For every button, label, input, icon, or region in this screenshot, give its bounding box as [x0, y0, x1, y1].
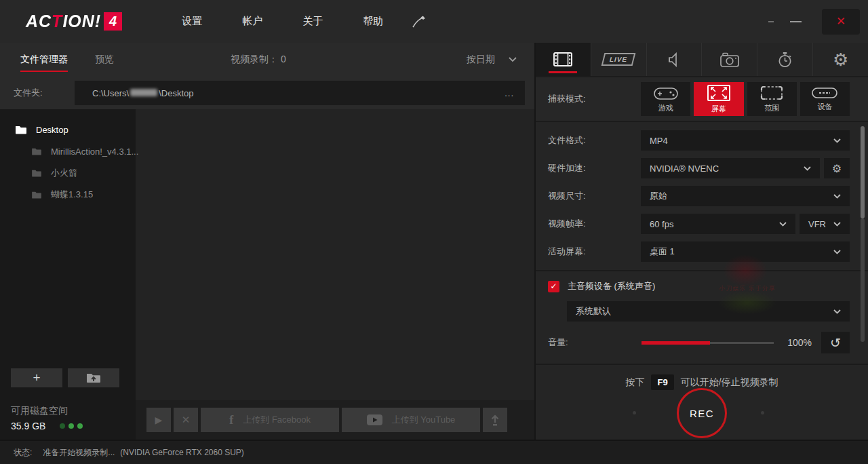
play-button[interactable]: ▶ — [146, 408, 171, 432]
disk-space-row: 35.9 GB — [11, 421, 125, 431]
minimize-button[interactable] — [790, 21, 802, 22]
tree-item[interactable]: 蝴蝶1.3.15 — [0, 184, 136, 206]
audio-device-dropdown[interactable]: 系统默认 — [567, 301, 850, 322]
tree-item[interactable]: 小火箭 — [0, 162, 136, 184]
tab-live-streaming[interactable]: LIVE — [591, 43, 647, 76]
stopwatch-icon — [777, 52, 793, 68]
chevron-down-icon — [833, 138, 841, 143]
file-toolbar: ▶ ✕ f 上传到 Facebook 上传到 YouTube — [136, 400, 534, 440]
rec-button[interactable]: REC — [677, 388, 727, 438]
chevron-down-icon — [779, 222, 787, 227]
scrollbar-track[interactable] — [861, 218, 865, 342]
capture-device-icon — [811, 86, 838, 100]
audio-settings: ✓ 主音频设备 (系统声音) 系统默认 音量: 100% ↺ — [536, 271, 868, 364]
minimize-to-tray-button[interactable] — [768, 21, 774, 22]
file-format-value: MP4 — [650, 136, 668, 146]
speaker-icon — [667, 52, 681, 67]
framerate-dropdown[interactable]: 60 fps — [641, 214, 795, 234]
upload-facebook-label: 上传到 Facebook — [243, 414, 311, 426]
capture-mode-label: 游戏 — [658, 103, 673, 113]
capture-mode-row: 捕获模式: 游戏 屏幕 范围 设备 — [536, 77, 868, 121]
tab-settings[interactable]: ⚙ — [813, 43, 868, 76]
active-screen-dropdown[interactable]: 桌面 1 — [641, 241, 850, 262]
framerate-mode-dropdown[interactable]: VFR — [800, 214, 850, 234]
close-icon: ✕ — [182, 414, 191, 426]
capture-mode-label: 范围 — [764, 103, 779, 113]
tab-timer[interactable] — [757, 43, 813, 76]
menu-settings[interactable]: 设置 — [182, 15, 202, 28]
folder-path-text: C:\Users\\Desktop — [92, 88, 193, 98]
add-folder-button[interactable]: + — [11, 368, 62, 387]
gamepad-icon — [653, 85, 679, 101]
tree-item-desktop[interactable]: Desktop — [0, 119, 136, 140]
video-size-dropdown[interactable]: 原始 — [641, 186, 850, 206]
tab-screenshot[interactable] — [702, 43, 757, 76]
file-format-row: 文件格式: MP4 — [548, 130, 850, 151]
status-message: 准备开始视频录制... — [43, 447, 115, 459]
menu-about[interactable]: 关于 — [302, 15, 323, 28]
video-size-value: 原始 — [650, 190, 667, 202]
file-format-dropdown[interactable]: MP4 — [641, 130, 850, 151]
close-button[interactable]: ✕ — [822, 9, 860, 35]
upload-youtube-label: 上传到 YouTube — [392, 414, 456, 426]
video-settings: 文件格式: MP4 硬件加速: NVIDIA® NVENC ⚙ — [536, 122, 868, 270]
folder-icon — [15, 125, 27, 134]
file-list-area: ▶ ✕ f 上传到 Facebook 上传到 YouTube — [136, 109, 534, 440]
folder-path-input[interactable]: C:\Users\\Desktop ... — [75, 81, 525, 105]
upload-youtube-button[interactable]: 上传到 YouTube — [342, 408, 480, 432]
scrollbar-thumb[interactable] — [861, 126, 865, 218]
folder-icon — [31, 169, 42, 177]
volume-row: 音量: 100% ↺ — [548, 332, 850, 353]
browse-folder-button[interactable]: ... — [505, 88, 514, 98]
app-logo: ACTION! 4 — [26, 12, 122, 31]
hw-accel-settings-button[interactable]: ⚙ — [824, 158, 850, 178]
facebook-icon: f — [229, 412, 233, 427]
capture-mode-label: 捕获模式: — [548, 93, 586, 105]
folder-icon — [31, 147, 42, 155]
volume-reset-button[interactable]: ↺ — [821, 332, 850, 353]
recordings-count: 视频录制： 0 — [231, 54, 286, 66]
hw-accel-row: 硬件加速: NVIDIA® NVENC ⚙ — [548, 158, 850, 178]
volume-value: 100% — [774, 337, 812, 348]
capture-mode-label: 屏幕 — [711, 104, 726, 114]
mode-tabs: LIVE ⚙ — [536, 43, 868, 77]
play-icon: ▶ — [155, 414, 163, 425]
status-gpu: (NVIDIA GeForce RTX 2060 SUP) — [120, 448, 244, 457]
export-button[interactable] — [483, 408, 507, 432]
volume-slider[interactable] — [642, 342, 774, 344]
capture-mode-game[interactable]: 游戏 — [641, 82, 690, 116]
volume-fill — [642, 341, 710, 345]
capture-mode-region[interactable]: 范围 — [747, 82, 797, 116]
tree-bottom: + 可用磁盘空间 35.9 GB — [0, 368, 136, 440]
capture-mode-device[interactable]: 设备 — [800, 82, 850, 116]
tree-item-label: MirillisAction!_v4.3.1... — [51, 147, 138, 157]
decorative-dot — [633, 411, 636, 414]
disk-status-dot — [68, 423, 74, 429]
tab-video-recording[interactable] — [536, 43, 591, 76]
active-screen-value: 桌面 1 — [650, 246, 675, 258]
tree-item-label: Desktop — [36, 125, 68, 135]
pen-icon[interactable] — [412, 15, 427, 28]
delete-button[interactable]: ✕ — [174, 408, 198, 432]
sort-by-dropdown[interactable]: 按日期 — [467, 54, 517, 66]
menu-account[interactable]: 帐户 — [242, 15, 262, 28]
hotkey-suffix: 可以开始/停止视频录制 — [681, 376, 778, 389]
file-list-empty[interactable] — [136, 109, 534, 400]
audio-device-checkbox[interactable]: ✓ — [548, 281, 559, 292]
disk-status-dot — [77, 423, 83, 429]
logo-version-badge: 4 — [104, 12, 122, 31]
capture-mode-screen[interactable]: 屏幕 — [694, 82, 743, 116]
hw-accel-dropdown[interactable]: NVIDIA® NVENC — [641, 158, 820, 178]
audio-device-check-row: ✓ 主音频设备 (系统声音) — [548, 280, 850, 292]
tab-audio-recording[interactable] — [647, 43, 703, 76]
menu-help[interactable]: 帮助 — [363, 15, 383, 28]
tab-file-manager[interactable]: 文件管理器 — [20, 54, 68, 72]
tab-preview[interactable]: 预览 — [95, 54, 114, 66]
folder-icon — [31, 191, 42, 199]
status-label: 状态: — [14, 447, 32, 459]
chevron-down-icon — [833, 250, 841, 254]
upload-facebook-button[interactable]: f 上传到 Facebook — [201, 408, 339, 432]
tree-item[interactable]: MirillisAction!_v4.3.1... — [0, 140, 136, 162]
sort-by-label: 按日期 — [467, 54, 495, 66]
import-folder-button[interactable] — [68, 368, 119, 387]
